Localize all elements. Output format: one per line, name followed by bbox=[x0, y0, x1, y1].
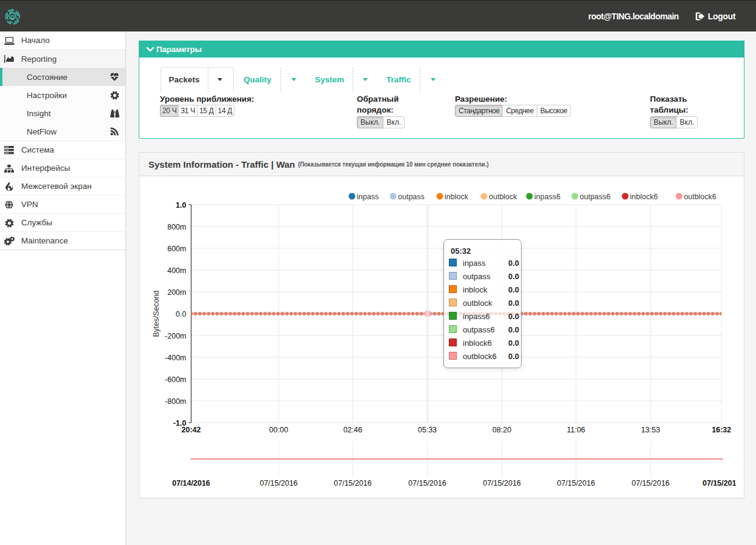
svg-text:1.0: 1.0 bbox=[176, 201, 186, 210]
svg-text:07/15/2016: 07/15/2016 bbox=[260, 479, 298, 487]
svg-text:outblock6: outblock6 bbox=[684, 193, 717, 201]
svg-text:outpass: outpass bbox=[398, 193, 425, 201]
svg-text:0.0: 0.0 bbox=[176, 310, 186, 319]
svg-text:inblock6: inblock6 bbox=[630, 193, 658, 201]
svg-text:07/15/2016: 07/15/2016 bbox=[632, 479, 670, 487]
svg-text:02:46: 02:46 bbox=[343, 426, 362, 434]
svg-text:-600m: -600m bbox=[165, 375, 186, 384]
svg-text:800m: 800m bbox=[167, 223, 186, 231]
svg-text:200m: 200m bbox=[167, 288, 186, 297]
svg-text:00:00: 00:00 bbox=[269, 426, 288, 434]
svg-text:07/15/2016: 07/15/2016 bbox=[334, 479, 372, 487]
svg-text:Bytes/Second: Bytes/Second bbox=[152, 290, 161, 337]
svg-text:11:06: 11:06 bbox=[567, 426, 585, 434]
svg-text:16:32: 16:32 bbox=[712, 426, 731, 434]
svg-text:-800m: -800m bbox=[165, 397, 186, 406]
svg-text:08:20: 08:20 bbox=[492, 426, 511, 434]
svg-text:outpass6: outpass6 bbox=[580, 193, 611, 201]
svg-text:inpass6: inpass6 bbox=[534, 193, 560, 201]
svg-text:400m: 400m bbox=[167, 266, 186, 275]
svg-text:07/15/2016: 07/15/2016 bbox=[703, 479, 736, 487]
svg-text:-400m: -400m bbox=[165, 354, 186, 362]
svg-text:07/15/2016: 07/15/2016 bbox=[483, 479, 521, 487]
svg-text:05:33: 05:33 bbox=[418, 426, 437, 434]
svg-text:20:42: 20:42 bbox=[182, 426, 201, 434]
svg-text:outblock: outblock bbox=[489, 193, 517, 201]
svg-text:inpass: inpass bbox=[357, 193, 379, 201]
svg-text:600m: 600m bbox=[167, 245, 186, 253]
svg-text:07/15/2016: 07/15/2016 bbox=[408, 479, 446, 487]
svg-text:13:53: 13:53 bbox=[641, 426, 660, 434]
svg-text:-200m: -200m bbox=[165, 332, 186, 340]
svg-text:07/14/2016: 07/14/2016 bbox=[172, 479, 210, 487]
svg-text:inblock: inblock bbox=[445, 193, 469, 201]
svg-text:07/15/2016: 07/15/2016 bbox=[557, 479, 595, 487]
